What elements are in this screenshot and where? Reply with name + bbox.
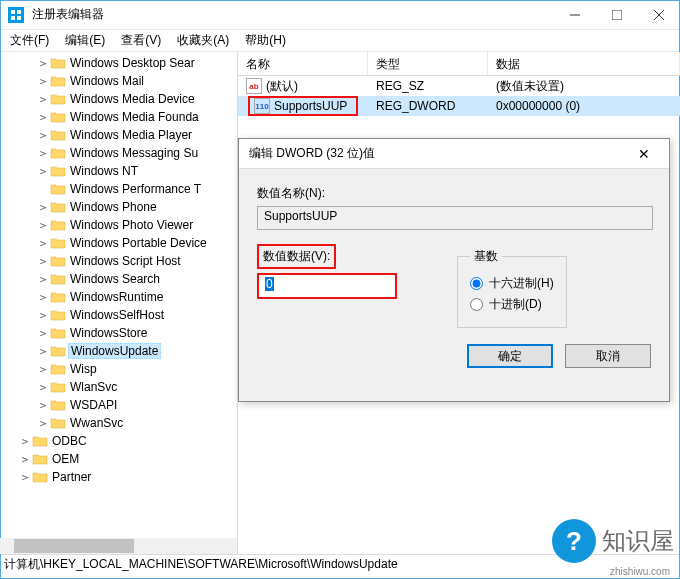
tree-item[interactable]: Windows Performance T [0, 180, 237, 198]
tree-item[interactable]: >WindowsSelfHost [0, 306, 237, 324]
tree-label: WindowsRuntime [68, 290, 165, 304]
col-header-type[interactable]: 类型 [368, 52, 488, 75]
tree-toggle[interactable]: > [18, 453, 32, 466]
close-button[interactable] [638, 0, 680, 30]
tree-item[interactable]: >Windows Search [0, 270, 237, 288]
tree-item[interactable]: >WindowsStore [0, 324, 237, 342]
tree-item[interactable]: >Windows Media Founda [0, 108, 237, 126]
tree-item[interactable]: >WindowsUpdate [0, 342, 237, 360]
tree-item[interactable]: >WwanSvc [0, 414, 237, 432]
tree-toggle[interactable]: > [36, 345, 50, 358]
tree-h-scrollbar[interactable] [0, 538, 237, 554]
value-data-label: 数值数据(V): [257, 244, 336, 269]
radix-hex-radio[interactable]: 十六进制(H) [470, 275, 554, 292]
menu-file[interactable]: 文件(F) [4, 30, 55, 51]
folder-icon [50, 380, 66, 394]
tree-toggle[interactable]: > [36, 147, 50, 160]
tree-toggle[interactable]: > [36, 165, 50, 178]
cancel-button[interactable]: 取消 [565, 344, 651, 368]
tree-toggle[interactable]: > [36, 309, 50, 322]
tree-toggle[interactable]: > [36, 273, 50, 286]
tree-toggle[interactable]: > [36, 237, 50, 250]
tree-toggle[interactable]: > [36, 111, 50, 124]
menu-edit[interactable]: 编辑(E) [59, 30, 111, 51]
tree-toggle[interactable]: > [36, 363, 50, 376]
menu-help[interactable]: 帮助(H) [239, 30, 292, 51]
tree-toggle[interactable]: > [36, 291, 50, 304]
list-row[interactable]: 110SupportsUUPREG_DWORD0x00000000 (0) [238, 96, 680, 116]
tree-item[interactable]: >Windows Desktop Sear [0, 54, 237, 72]
value-name-field[interactable]: SupportsUUP [257, 206, 653, 230]
list-row[interactable]: ab(默认)REG_SZ(数值未设置) [238, 76, 680, 96]
folder-icon [50, 110, 66, 124]
folder-icon [50, 74, 66, 88]
col-header-data[interactable]: 数据 [488, 52, 680, 75]
tree-item[interactable]: >Wisp [0, 360, 237, 378]
tree-item[interactable]: >Windows Script Host [0, 252, 237, 270]
tree-toggle[interactable]: > [36, 381, 50, 394]
maximize-button[interactable] [596, 0, 638, 30]
tree-item[interactable]: >Windows Media Device [0, 90, 237, 108]
folder-icon [50, 344, 66, 358]
tree-item[interactable]: >Windows Mail [0, 72, 237, 90]
tree-item[interactable]: >OEM [0, 450, 237, 468]
folder-icon [32, 470, 48, 484]
tree-label: WindowsStore [68, 326, 149, 340]
tree-label: Windows Media Founda [68, 110, 201, 124]
edit-dword-dialog: 编辑 DWORD (32 位)值 ✕ 数值名称(N): SupportsUUP … [238, 138, 670, 402]
tree-label: Windows Script Host [68, 254, 183, 268]
folder-icon [50, 272, 66, 286]
minimize-button[interactable] [554, 0, 596, 30]
tree-label: Windows Messaging Su [68, 146, 200, 160]
tree-toggle[interactable]: > [36, 399, 50, 412]
ok-button[interactable]: 确定 [467, 344, 553, 368]
tree-panel[interactable]: >Windows Desktop Sear>Windows Mail>Windo… [0, 52, 238, 554]
tree-item[interactable]: >WSDAPI [0, 396, 237, 414]
tree-toggle[interactable]: > [36, 201, 50, 214]
tree-toggle[interactable]: > [36, 129, 50, 142]
tree-toggle[interactable]: > [18, 471, 32, 484]
tree-label: Windows Portable Device [68, 236, 209, 250]
tree-item[interactable]: >ODBC [0, 432, 237, 450]
tree-toggle[interactable]: > [36, 75, 50, 88]
titlebar: 注册表编辑器 [0, 0, 680, 30]
tree-label: ODBC [50, 434, 89, 448]
menu-favorites[interactable]: 收藏夹(A) [171, 30, 235, 51]
tree-item[interactable]: >Windows Messaging Su [0, 144, 237, 162]
radix-dec-radio[interactable]: 十进制(D) [470, 296, 554, 313]
col-header-name[interactable]: 名称 [238, 52, 368, 75]
tree-item[interactable]: >Partner [0, 468, 237, 486]
tree-toggle[interactable]: > [36, 219, 50, 232]
tree-toggle[interactable]: > [36, 255, 50, 268]
folder-icon [50, 218, 66, 232]
tree-item[interactable]: >Windows Photo Viewer [0, 216, 237, 234]
tree-item[interactable]: >Windows NT [0, 162, 237, 180]
tree-toggle[interactable]: > [36, 417, 50, 430]
tree-item[interactable]: >WlanSvc [0, 378, 237, 396]
dialog-close-button[interactable]: ✕ [629, 146, 659, 162]
svg-rect-3 [17, 16, 21, 20]
folder-icon [32, 452, 48, 466]
tree-item[interactable]: >Windows Phone [0, 198, 237, 216]
tree-toggle[interactable]: > [36, 57, 50, 70]
tree-item[interactable]: >WindowsRuntime [0, 288, 237, 306]
watermark: ? 知识屋 [552, 519, 674, 563]
tree-label: WwanSvc [68, 416, 125, 430]
menu-view[interactable]: 查看(V) [115, 30, 167, 51]
tree-label: WSDAPI [68, 398, 119, 412]
value-data-field[interactable]: 0 [257, 273, 397, 299]
tree-toggle[interactable]: > [18, 435, 32, 448]
folder-icon [50, 308, 66, 322]
value-icon: ab [246, 78, 262, 94]
value-type: REG_DWORD [368, 99, 488, 113]
radix-label: 基数 [470, 248, 502, 265]
window-title: 注册表编辑器 [32, 6, 554, 23]
folder-icon [50, 182, 66, 196]
tree-label: OEM [50, 452, 81, 466]
tree-toggle[interactable]: > [36, 327, 50, 340]
tree-item[interactable]: >Windows Media Player [0, 126, 237, 144]
tree-toggle[interactable]: > [36, 93, 50, 106]
folder-icon [50, 128, 66, 142]
tree-item[interactable]: >Windows Portable Device [0, 234, 237, 252]
value-data: 0x00000000 (0) [488, 99, 680, 113]
